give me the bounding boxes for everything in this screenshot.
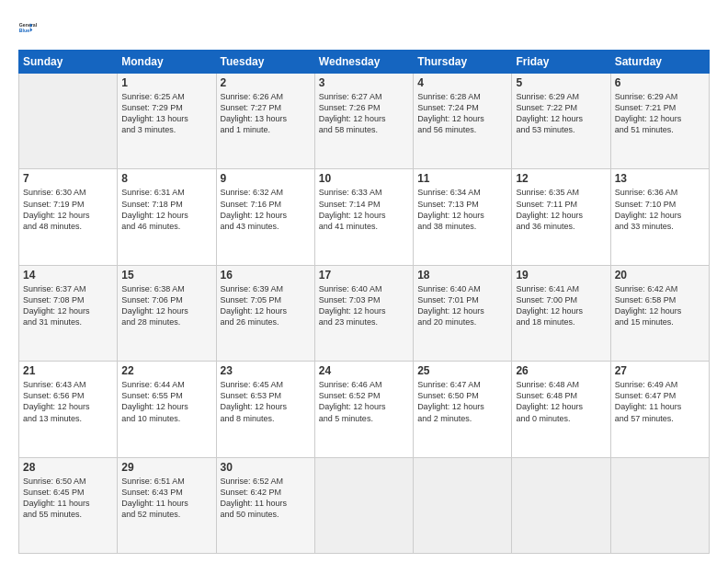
day-info: Sunrise: 6:38 AMSunset: 7:06 PMDaylight:… — [121, 283, 211, 328]
day-info: Sunrise: 6:42 AMSunset: 6:58 PMDaylight:… — [615, 283, 705, 328]
day-cell: 5Sunrise: 6:29 AMSunset: 7:22 PMDaylight… — [512, 74, 610, 169]
day-cell: 1Sunrise: 6:25 AMSunset: 7:29 PMDaylight… — [118, 74, 216, 169]
day-number: 2 — [221, 76, 311, 89]
day-cell: 4Sunrise: 6:28 AMSunset: 7:24 PMDaylight… — [414, 74, 512, 169]
day-info: Sunrise: 6:37 AMSunset: 7:08 PMDaylight:… — [23, 283, 113, 328]
svg-text:Blue: Blue — [19, 28, 29, 33]
day-info: Sunrise: 6:34 AMSunset: 7:13 PMDaylight:… — [417, 187, 507, 232]
day-info: Sunrise: 6:29 AMSunset: 7:22 PMDaylight:… — [516, 91, 606, 136]
day-info: Sunrise: 6:45 AMSunset: 6:53 PMDaylight:… — [221, 379, 311, 424]
day-cell: 20Sunrise: 6:42 AMSunset: 6:58 PMDayligh… — [610, 265, 709, 361]
day-number: 29 — [121, 461, 211, 474]
day-cell — [414, 457, 512, 553]
day-number: 22 — [121, 364, 211, 377]
day-cell: 24Sunrise: 6:46 AMSunset: 6:52 PMDayligh… — [314, 362, 413, 457]
day-cell: 9Sunrise: 6:32 AMSunset: 7:16 PMDaylight… — [216, 169, 314, 265]
logo-icon: General Blue — [18, 15, 44, 40]
day-number: 4 — [417, 76, 507, 89]
col-header-sunday: Sunday — [19, 51, 118, 74]
day-cell: 22Sunrise: 6:44 AMSunset: 6:55 PMDayligh… — [118, 362, 216, 457]
day-cell: 26Sunrise: 6:48 AMSunset: 6:48 PMDayligh… — [512, 362, 610, 457]
day-cell: 16Sunrise: 6:39 AMSunset: 7:05 PMDayligh… — [216, 265, 314, 361]
day-number: 19 — [516, 269, 606, 282]
day-cell: 2Sunrise: 6:26 AMSunset: 7:27 PMDaylight… — [216, 74, 314, 169]
day-info: Sunrise: 6:36 AMSunset: 7:10 PMDaylight:… — [615, 187, 705, 232]
day-cell: 29Sunrise: 6:51 AMSunset: 6:43 PMDayligh… — [118, 457, 216, 553]
col-header-tuesday: Tuesday — [216, 51, 314, 74]
day-number: 27 — [615, 364, 705, 377]
day-cell: 28Sunrise: 6:50 AMSunset: 6:45 PMDayligh… — [19, 457, 118, 553]
day-info: Sunrise: 6:30 AMSunset: 7:19 PMDaylight:… — [23, 187, 113, 232]
day-cell — [19, 74, 118, 169]
day-info: Sunrise: 6:27 AMSunset: 7:26 PMDaylight:… — [319, 91, 409, 136]
day-cell: 10Sunrise: 6:33 AMSunset: 7:14 PMDayligh… — [314, 169, 413, 265]
day-cell: 23Sunrise: 6:45 AMSunset: 6:53 PMDayligh… — [216, 362, 314, 457]
day-number: 24 — [319, 364, 409, 377]
day-info: Sunrise: 6:51 AMSunset: 6:43 PMDaylight:… — [121, 476, 211, 521]
day-info: Sunrise: 6:29 AMSunset: 7:21 PMDaylight:… — [615, 91, 705, 136]
day-info: Sunrise: 6:41 AMSunset: 7:00 PMDaylight:… — [516, 283, 606, 328]
day-cell: 6Sunrise: 6:29 AMSunset: 7:21 PMDaylight… — [610, 74, 709, 169]
day-cell: 30Sunrise: 6:52 AMSunset: 6:42 PMDayligh… — [216, 457, 314, 553]
day-number: 13 — [615, 172, 705, 185]
day-cell: 11Sunrise: 6:34 AMSunset: 7:13 PMDayligh… — [414, 169, 512, 265]
day-info: Sunrise: 6:40 AMSunset: 7:01 PMDaylight:… — [417, 283, 507, 328]
day-cell: 15Sunrise: 6:38 AMSunset: 7:06 PMDayligh… — [118, 265, 216, 361]
week-row-3: 14Sunrise: 6:37 AMSunset: 7:08 PMDayligh… — [19, 265, 710, 361]
col-header-saturday: Saturday — [610, 51, 709, 74]
day-number: 26 — [516, 364, 606, 377]
day-info: Sunrise: 6:43 AMSunset: 6:56 PMDaylight:… — [23, 379, 113, 424]
day-number: 14 — [23, 269, 113, 282]
day-number: 3 — [319, 76, 409, 89]
logo: General Blue — [18, 15, 44, 40]
day-number: 15 — [121, 269, 211, 282]
day-cell: 18Sunrise: 6:40 AMSunset: 7:01 PMDayligh… — [414, 265, 512, 361]
day-info: Sunrise: 6:26 AMSunset: 7:27 PMDaylight:… — [221, 91, 311, 136]
day-cell: 7Sunrise: 6:30 AMSunset: 7:19 PMDaylight… — [19, 169, 118, 265]
day-info: Sunrise: 6:50 AMSunset: 6:45 PMDaylight:… — [23, 476, 113, 521]
day-number: 12 — [516, 172, 606, 185]
calendar-table: SundayMondayTuesdayWednesdayThursdayFrid… — [18, 50, 710, 554]
day-number: 1 — [121, 76, 211, 89]
day-cell: 8Sunrise: 6:31 AMSunset: 7:18 PMDaylight… — [118, 169, 216, 265]
day-number: 25 — [417, 364, 507, 377]
day-info: Sunrise: 6:48 AMSunset: 6:48 PMDaylight:… — [516, 379, 606, 424]
week-row-1: 1Sunrise: 6:25 AMSunset: 7:29 PMDaylight… — [19, 74, 710, 169]
day-number: 16 — [221, 269, 311, 282]
week-row-2: 7Sunrise: 6:30 AMSunset: 7:19 PMDaylight… — [19, 169, 710, 265]
day-cell: 13Sunrise: 6:36 AMSunset: 7:10 PMDayligh… — [610, 169, 709, 265]
day-cell: 3Sunrise: 6:27 AMSunset: 7:26 PMDaylight… — [314, 74, 413, 169]
day-number: 7 — [23, 172, 113, 185]
day-number: 21 — [23, 364, 113, 377]
day-cell — [610, 457, 709, 553]
day-info: Sunrise: 6:40 AMSunset: 7:03 PMDaylight:… — [319, 283, 409, 328]
col-header-wednesday: Wednesday — [314, 51, 413, 74]
day-info: Sunrise: 6:49 AMSunset: 6:47 PMDaylight:… — [615, 379, 705, 424]
day-info: Sunrise: 6:32 AMSunset: 7:16 PMDaylight:… — [221, 187, 311, 232]
svg-text:General: General — [19, 22, 38, 28]
day-number: 11 — [417, 172, 507, 185]
day-number: 17 — [319, 269, 409, 282]
day-info: Sunrise: 6:47 AMSunset: 6:50 PMDaylight:… — [417, 379, 507, 424]
day-number: 20 — [615, 269, 705, 282]
day-info: Sunrise: 6:52 AMSunset: 6:42 PMDaylight:… — [221, 476, 311, 521]
col-header-thursday: Thursday — [414, 51, 512, 74]
day-number: 5 — [516, 76, 606, 89]
day-cell: 27Sunrise: 6:49 AMSunset: 6:47 PMDayligh… — [610, 362, 709, 457]
day-number: 10 — [319, 172, 409, 185]
day-cell: 14Sunrise: 6:37 AMSunset: 7:08 PMDayligh… — [19, 265, 118, 361]
col-header-friday: Friday — [512, 51, 610, 74]
day-info: Sunrise: 6:44 AMSunset: 6:55 PMDaylight:… — [121, 379, 211, 424]
day-info: Sunrise: 6:33 AMSunset: 7:14 PMDaylight:… — [319, 187, 409, 232]
day-number: 23 — [221, 364, 311, 377]
day-number: 28 — [23, 461, 113, 474]
week-row-4: 21Sunrise: 6:43 AMSunset: 6:56 PMDayligh… — [19, 362, 710, 457]
day-cell: 19Sunrise: 6:41 AMSunset: 7:00 PMDayligh… — [512, 265, 610, 361]
day-cell — [512, 457, 610, 553]
day-cell: 12Sunrise: 6:35 AMSunset: 7:11 PMDayligh… — [512, 169, 610, 265]
day-info: Sunrise: 6:46 AMSunset: 6:52 PMDaylight:… — [319, 379, 409, 424]
day-info: Sunrise: 6:31 AMSunset: 7:18 PMDaylight:… — [121, 187, 211, 232]
day-info: Sunrise: 6:28 AMSunset: 7:24 PMDaylight:… — [417, 91, 507, 136]
day-info: Sunrise: 6:35 AMSunset: 7:11 PMDaylight:… — [516, 187, 606, 232]
col-header-monday: Monday — [118, 51, 216, 74]
